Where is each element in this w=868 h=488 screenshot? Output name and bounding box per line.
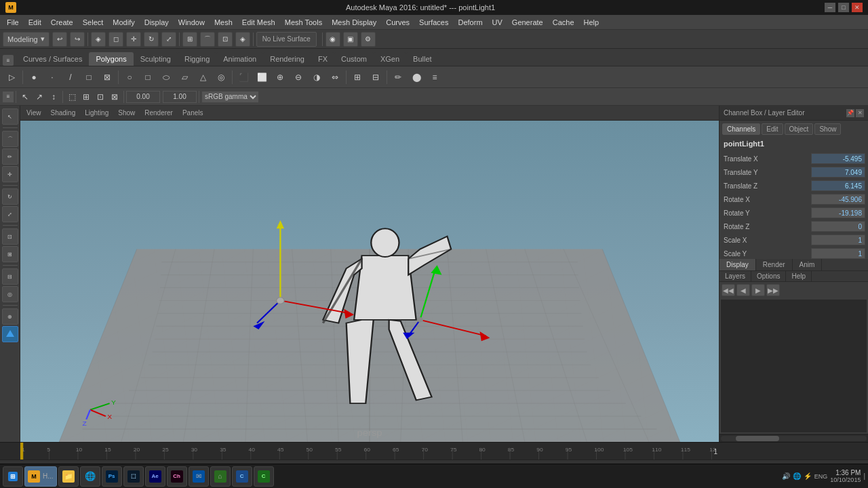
ch-tab-object[interactable]: Object	[785, 123, 814, 135]
camera-icon[interactable]: ⊟	[367, 68, 384, 86]
ph-taskbar-btn[interactable]: ⬚	[123, 466, 144, 487]
paint-icon[interactable]: ✏	[389, 68, 407, 86]
menu-edit-mesh[interactable]: Edit Mesh	[238, 17, 279, 28]
menu-uv[interactable]: UV	[488, 17, 507, 28]
vp-lighting-menu[interactable]: Lighting	[81, 108, 112, 117]
panel-scrollbar[interactable]	[719, 434, 868, 442]
undo-btn[interactable]: ↩	[52, 32, 67, 47]
uv-icon[interactable]: ⊠	[98, 68, 116, 86]
menu-create[interactable]: Create	[47, 17, 77, 28]
snap-curve-btn[interactable]: ⌒	[200, 32, 215, 47]
mirror-icon[interactable]: ⇔	[326, 68, 344, 86]
tab-sculpting[interactable]: Sculpting	[134, 52, 178, 66]
layer-step-back-btn[interactable]: ◀	[736, 284, 750, 296]
panel-close-btn[interactable]: ✕	[856, 109, 864, 117]
tab-menu-icon[interactable]: ≡	[3, 55, 14, 66]
tab-rigging[interactable]: Rigging	[178, 52, 216, 66]
cone-icon[interactable]: △	[194, 68, 212, 86]
toolbar2-menu-icon[interactable]: ≡	[3, 92, 14, 102]
value-scale-x[interactable]	[811, 235, 865, 245]
ae-taskbar-btn[interactable]: Ae	[145, 466, 165, 487]
menu-mesh[interactable]: Mesh	[210, 17, 237, 28]
tool-snap2-btn[interactable]: ⊡	[2, 228, 18, 245]
window-controls[interactable]: ─ □ ✕	[825, 3, 863, 12]
value-rotate-z[interactable]	[811, 221, 865, 232]
display-settings-btn[interactable]: ⚙	[361, 32, 376, 47]
value-rotate-x[interactable]	[811, 194, 865, 205]
menu-surfaces[interactable]: Surfaces	[415, 17, 452, 28]
d-tab-render[interactable]: Render	[756, 259, 793, 270]
tool-soft-btn[interactable]: ◎	[2, 286, 18, 302]
value-translate-y[interactable]	[811, 167, 865, 178]
merge-icon[interactable]: ⊕	[271, 68, 289, 86]
vp-show-menu[interactable]: Show	[115, 108, 138, 117]
viewport-canvas[interactable]: persp Y X Z	[20, 121, 719, 442]
tool-move-btn[interactable]: ✛	[2, 166, 18, 182]
smooth-icon[interactable]: ◑	[308, 68, 326, 86]
layout-icon[interactable]: ⊞	[349, 68, 366, 86]
tray-icon-3[interactable]: ⚡	[804, 472, 812, 480]
tool-scale2-btn[interactable]: ⤢	[2, 206, 18, 222]
tab-fx[interactable]: FX	[311, 52, 334, 66]
ipr-btn[interactable]: ▣	[343, 32, 358, 47]
snap-point-btn[interactable]: ⊡	[218, 32, 233, 47]
lasso-btn[interactable]: ◻	[108, 32, 123, 47]
l-tab-options[interactable]: Options	[751, 271, 786, 281]
tool-region-btn[interactable]: ⊟	[2, 268, 18, 285]
gamma-select[interactable]: sRGB gamma	[201, 91, 259, 103]
c4d2-taskbar-btn[interactable]: C	[254, 466, 274, 487]
close-btn[interactable]: ✕	[852, 3, 863, 12]
modeling-dropdown[interactable]: Modeling ▾	[3, 32, 50, 47]
timeline-ruler[interactable]: 1 5 10 15 20 25 30 35 40 45 50	[20, 443, 719, 460]
cam1-icon[interactable]: ⬚	[65, 90, 79, 104]
select-btn[interactable]: ◈	[91, 32, 106, 47]
tray-icon-2[interactable]: 🌐	[793, 472, 801, 480]
tab-custom[interactable]: Custom	[334, 52, 374, 66]
menu-curves[interactable]: Curves	[382, 17, 414, 28]
ch-tab-channels[interactable]: Channels	[722, 123, 760, 135]
select-mode-icon[interactable]: ▷	[3, 68, 20, 86]
vp-panels-menu[interactable]: Panels	[179, 108, 207, 117]
menu-help[interactable]: Help	[580, 17, 604, 28]
value-translate-x[interactable]	[811, 153, 865, 164]
tab-xgen[interactable]: XGen	[374, 52, 406, 66]
layer-next-btn[interactable]: ▶▶	[766, 284, 780, 296]
component-mode-icon[interactable]: ●	[25, 68, 43, 86]
snap-surface-btn[interactable]: ◈	[235, 32, 250, 47]
face-icon[interactable]: □	[80, 68, 98, 86]
layer-prev-btn[interactable]: ◀◀	[722, 284, 735, 296]
mail-taskbar-btn[interactable]: ✉	[189, 466, 209, 487]
menu-mesh-display[interactable]: Mesh Display	[328, 17, 380, 28]
cube-icon[interactable]: □	[139, 68, 157, 86]
ch-taskbar-btn[interactable]: Ch	[167, 466, 187, 487]
menu-window[interactable]: Window	[174, 17, 209, 28]
tab-animation[interactable]: Animation	[216, 52, 263, 66]
menu-cache[interactable]: Cache	[549, 17, 578, 28]
menu-display[interactable]: Display	[140, 17, 173, 28]
value-scale-y[interactable]	[811, 248, 865, 259]
vertex-icon[interactable]: ·	[43, 68, 61, 86]
ch-tab-show[interactable]: Show	[814, 123, 841, 135]
menu-generate[interactable]: Generate	[508, 17, 547, 28]
vp-renderer-menu[interactable]: Renderer	[141, 108, 176, 117]
plane-icon[interactable]: ▱	[176, 68, 193, 86]
layers-icon[interactable]: ≡	[426, 68, 443, 86]
start-btn[interactable]: ⊞	[3, 466, 23, 487]
val2-input[interactable]	[163, 91, 197, 103]
tool-select-btn[interactable]: ↖	[2, 108, 18, 125]
l-tab-help[interactable]: Help	[786, 271, 812, 281]
vp-view-menu[interactable]: View	[23, 108, 45, 117]
edge-icon[interactable]: /	[62, 68, 79, 86]
value-translate-z[interactable]	[811, 180, 865, 191]
render-btn[interactable]: ◉	[326, 32, 340, 47]
arrow-select-icon[interactable]: ↖	[18, 90, 32, 104]
vp-shading-menu[interactable]: Shading	[47, 108, 79, 117]
menu-mesh-tools[interactable]: Mesh Tools	[281, 17, 326, 28]
rotate-btn[interactable]: ↻	[144, 32, 159, 47]
tray-icon-1[interactable]: 🔊	[782, 472, 790, 480]
move-btn[interactable]: ✛	[126, 32, 141, 47]
sphere-icon[interactable]: ○	[121, 68, 138, 86]
cam4-icon[interactable]: ⊠	[108, 90, 121, 104]
chrome-taskbar-btn[interactable]: 🌐	[80, 466, 100, 487]
menu-file[interactable]: File	[3, 17, 23, 28]
